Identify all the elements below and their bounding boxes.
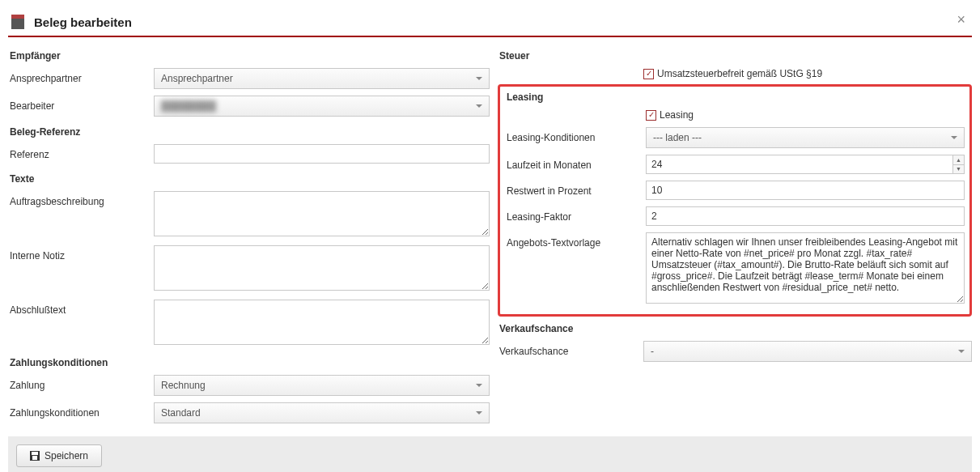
laufzeit-label: Laufzeit in Monaten — [505, 155, 646, 171]
document-icon — [11, 15, 24, 29]
referenz-label: Referenz — [8, 144, 154, 160]
bearbeiter-label: Bearbeiter — [8, 96, 154, 112]
section-zahlungskonditionen: Zahlungskonditionen — [8, 351, 490, 372]
leasing-faktor-input[interactable] — [646, 206, 965, 226]
leasing-faktor-label: Leasing-Faktor — [505, 206, 646, 223]
chevron-down-icon — [476, 77, 482, 80]
abschlusstext-label: Abschlußtext — [8, 300, 154, 316]
ansprechpartner-select[interactable]: Ansprechpartner — [154, 68, 490, 89]
verkaufschance-select[interactable]: - — [643, 341, 972, 362]
section-belegreferenz: Beleg-Referenz — [8, 120, 490, 141]
zahlungskonditionen-select[interactable]: Standard — [154, 402, 490, 423]
section-empfaenger: Empfänger — [8, 44, 490, 65]
auftragsbeschreibung-label: Auftragsbeschreibung — [8, 191, 154, 207]
auftragsbeschreibung-textarea[interactable] — [154, 191, 490, 236]
restwert-input[interactable] — [646, 181, 965, 200]
leasing-konditionen-label: Leasing-Konditionen — [505, 127, 646, 143]
chevron-down-icon — [951, 136, 957, 139]
save-button[interactable]: Speichern — [16, 444, 102, 467]
umsatzsteuerbefreit-label: Umsatzsteuerbefreit gemäß UStG §19 — [657, 68, 822, 79]
angebots-textvorlage-textarea[interactable] — [646, 232, 965, 304]
close-icon[interactable]: × — [957, 11, 965, 28]
referenz-input[interactable] — [154, 144, 490, 164]
modal-title: Beleg bearbeiten — [34, 15, 132, 29]
ansprechpartner-label: Ansprechpartner — [8, 68, 154, 84]
chevron-down-icon — [476, 104, 482, 108]
laufzeit-input[interactable] — [646, 155, 965, 174]
abschlusstext-textarea[interactable] — [154, 300, 490, 345]
restwert-label: Restwert in Prozent — [505, 181, 646, 197]
zahlung-label: Zahlung — [8, 375, 154, 391]
section-texte: Texte — [8, 167, 490, 188]
zahlungskonditionen-label: Zahlungskonditionen — [8, 402, 154, 419]
leasing-highlight-box: Leasing ✓ Leasing Leasing-Konditionen --… — [498, 84, 972, 317]
bearbeiter-select[interactable]: ████████ — [154, 96, 490, 117]
interne-notiz-textarea[interactable] — [154, 245, 490, 291]
leasing-konditionen-select[interactable]: --- laden --- — [646, 127, 965, 148]
laufzeit-spinner[interactable]: ▲▼ — [952, 155, 964, 173]
section-steuer: Steuer — [498, 44, 972, 65]
zahlung-select[interactable]: Rechnung — [154, 375, 490, 396]
verkaufschance-label: Verkaufschance — [498, 341, 643, 357]
chevron-down-icon — [476, 384, 482, 387]
angebots-textvorlage-label: Angebots-Textvorlage — [505, 232, 646, 249]
save-icon — [30, 451, 40, 461]
umsatzsteuerbefreit-checkbox[interactable]: ✓ — [643, 69, 654, 79]
chevron-down-icon — [476, 411, 482, 415]
leasing-checkbox[interactable]: ✓ — [646, 110, 656, 121]
section-verkaufschance: Verkaufschance — [498, 317, 972, 338]
interne-notiz-label: Interne Notiz — [8, 245, 154, 262]
chevron-down-icon — [958, 350, 965, 353]
section-leasing: Leasing — [505, 90, 965, 106]
leasing-checkbox-label: Leasing — [660, 109, 694, 121]
